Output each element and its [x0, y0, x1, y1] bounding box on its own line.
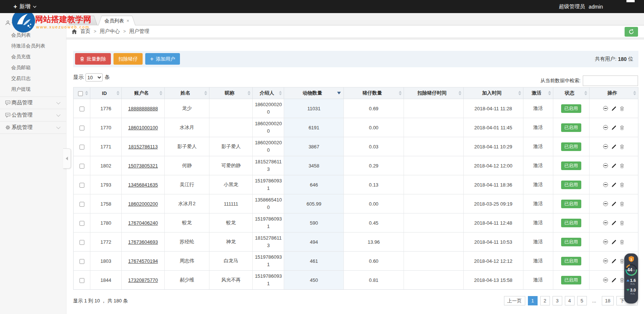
disable-button[interactable] — [603, 239, 608, 244]
tab-member-list[interactable]: 会员列表 × — [98, 16, 136, 25]
page-button-5[interactable]: 5 — [577, 296, 587, 305]
column-header-activation[interactable]: 激活 — [523, 87, 553, 99]
speed-monitor-widget[interactable]: 1 44% 1.6 K/s 3.0 K/s — [624, 253, 638, 304]
cell-piglets: 0.81 — [344, 271, 404, 290]
plus-icon: + — [13, 3, 17, 10]
prev-page-button[interactable]: 上一页 — [504, 296, 525, 305]
sidebar-collapse-handle[interactable] — [63, 148, 71, 169]
column-header-deduct_time[interactable]: 扣除猪仔时间 — [404, 87, 463, 99]
edit-button[interactable] — [612, 163, 616, 168]
page-button-4[interactable]: 4 — [565, 296, 575, 305]
add-user-label: 添加用户 — [156, 56, 175, 62]
delete-button[interactable] — [620, 201, 624, 206]
disable-button[interactable] — [603, 125, 608, 130]
column-header-name[interactable]: 姓名 — [165, 87, 209, 99]
edit-button[interactable] — [612, 182, 616, 187]
page-button-3[interactable]: 3 — [553, 296, 562, 305]
edit-button[interactable] — [612, 278, 616, 283]
delete-button[interactable] — [620, 221, 624, 225]
account-link[interactable]: 17670406240 — [128, 220, 158, 226]
row-checkbox[interactable] — [80, 145, 84, 150]
sidebar-group-2[interactable]: 公告管理 — [0, 109, 66, 121]
disable-button[interactable] — [603, 106, 608, 111]
edit-button[interactable] — [612, 240, 616, 244]
delete-button[interactable] — [620, 259, 624, 264]
column-header-join_time[interactable]: 加入时间 — [463, 87, 523, 99]
sidebar-item[interactable]: 交易日志 — [0, 73, 66, 84]
column-header-id[interactable]: ID — [90, 87, 122, 99]
disable-button[interactable] — [603, 220, 608, 225]
page-button-2[interactable]: 2 — [540, 296, 550, 305]
column-header-piglets[interactable]: 猪仔数量 — [344, 87, 404, 99]
sidebar-item[interactable]: 待激活会员列表 — [0, 40, 66, 51]
row-checkbox[interactable] — [80, 183, 84, 188]
tab-close-icon[interactable]: × — [127, 18, 130, 23]
edit-button[interactable] — [612, 201, 616, 206]
user-menu[interactable]: 超级管理员 admin — [559, 0, 603, 13]
row-checkbox[interactable] — [80, 164, 84, 169]
sidebar-item[interactable]: 会员充值 — [0, 51, 66, 62]
page-size-select[interactable]: 10 — [85, 73, 103, 81]
delete-button[interactable] — [620, 278, 624, 283]
edit-button[interactable] — [612, 125, 616, 130]
column-header-nick[interactable]: 昵称 — [209, 87, 253, 99]
cell-account: 13456841635 — [122, 175, 165, 194]
user-name: admin — [589, 4, 603, 10]
sidebar-group-1[interactable]: 商品管理 — [0, 97, 66, 109]
delete-button[interactable] — [620, 182, 624, 187]
sidebar-item[interactable]: 会员邮箱 — [0, 62, 66, 73]
sidebar-item[interactable]: 用户提现 — [0, 84, 66, 95]
row-checkbox[interactable] — [80, 126, 84, 130]
disable-button[interactable] — [603, 258, 608, 264]
table-row: 175818602000200水冰月211111113586654100605.… — [74, 194, 638, 213]
deduct-piglet-button[interactable]: 扣除猪仔 — [113, 53, 143, 65]
page-button-18[interactable]: 18 — [602, 296, 614, 305]
account-link[interactable]: 18888888888 — [128, 106, 158, 111]
batch-delete-button[interactable]: 批量删除 — [75, 53, 111, 65]
row-checkbox[interactable] — [80, 107, 84, 111]
edit-button[interactable] — [612, 259, 616, 264]
refresh-button[interactable] — [625, 27, 638, 37]
row-checkbox[interactable] — [80, 202, 84, 207]
cell-name: 郝少维 — [165, 271, 209, 290]
account-link[interactable]: 18152786113 — [128, 144, 158, 150]
row-checkbox[interactable] — [80, 221, 84, 226]
delete-button[interactable] — [620, 144, 624, 149]
column-header-animals[interactable]: 动物数量 — [284, 87, 344, 99]
account-link[interactable]: 15073805321 — [128, 163, 158, 169]
account-link[interactable]: 17320875770 — [128, 277, 158, 283]
disable-button[interactable] — [603, 163, 608, 168]
column-header-checkbox[interactable] — [74, 87, 90, 99]
breadcrumb-user-center[interactable]: 用户中心 — [100, 28, 120, 35]
page-button-1[interactable]: 1 — [528, 296, 538, 305]
edit-button[interactable] — [612, 106, 616, 111]
select-all-checkbox[interactable] — [78, 91, 83, 96]
delete-button[interactable] — [620, 106, 624, 111]
column-header-ops[interactable]: 操作 — [589, 87, 638, 99]
row-checkbox[interactable] — [80, 278, 84, 283]
column-header-account[interactable]: 账户名 — [122, 87, 165, 99]
disable-button[interactable] — [603, 144, 608, 149]
add-user-button[interactable]: + 添加用户 — [145, 53, 180, 65]
column-header-referrer[interactable]: 介绍人 — [253, 87, 284, 99]
new-button[interactable]: + 新增 — [13, 0, 37, 13]
account-link[interactable]: 18601000100 — [128, 125, 158, 130]
row-checkbox[interactable] — [80, 240, 84, 245]
account-link[interactable]: 13456841635 — [128, 182, 158, 188]
delete-button[interactable] — [620, 240, 624, 244]
edit-button[interactable] — [612, 144, 616, 149]
breadcrumb-user-manage[interactable]: 用户管理 — [129, 28, 149, 35]
column-header-status[interactable]: 状态 — [553, 87, 589, 99]
row-checkbox[interactable] — [80, 259, 84, 264]
disable-button[interactable] — [603, 182, 608, 187]
account-link[interactable]: 17673604693 — [128, 239, 158, 245]
account-link[interactable]: 17674570194 — [128, 258, 158, 264]
sidebar-group-3[interactable]: 系统管理 — [0, 121, 66, 133]
search-input[interactable] — [583, 76, 638, 86]
edit-button[interactable] — [612, 221, 616, 225]
delete-button[interactable] — [620, 163, 624, 168]
disable-button[interactable] — [603, 201, 608, 206]
disable-button[interactable] — [603, 277, 608, 283]
account-link[interactable]: 18602000200 — [128, 201, 158, 207]
delete-button[interactable] — [620, 125, 624, 130]
